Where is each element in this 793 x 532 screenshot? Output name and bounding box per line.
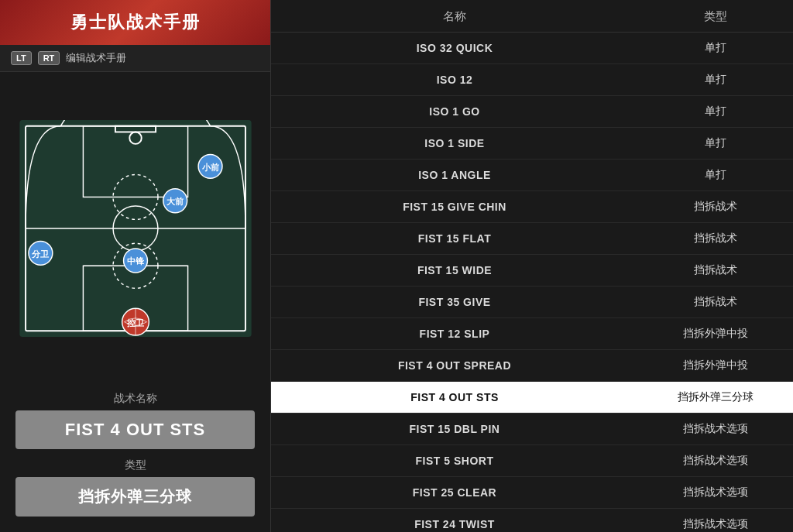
- table-row[interactable]: FIST 15 DBL PIN挡拆战术选项: [271, 414, 793, 445]
- cell-name: FIST 15 WIDE: [271, 256, 638, 285]
- table-row[interactable]: ISO 1 SIDE单打: [271, 128, 793, 160]
- cell-type: 单打: [638, 33, 793, 63]
- left-panel: 勇士队战术手册 LT RT 编辑战术手册: [0, 0, 271, 532]
- cell-name: FIST 25 CLEAR: [271, 478, 638, 507]
- rt-button[interactable]: RT: [38, 51, 60, 65]
- table-row[interactable]: FIST 25 CLEAR挡拆战术选项: [271, 477, 793, 509]
- tactic-name-value: FIST 4 OUT STS: [15, 410, 255, 449]
- cell-name: FIST 15 DBL PIN: [271, 414, 638, 444]
- svg-text:大前: 大前: [166, 197, 184, 206]
- title-bar: 勇士队战术手册: [0, 0, 270, 45]
- table-header: 名称 类型: [271, 0, 793, 33]
- cell-name: ISO 32 QUICK: [271, 33, 638, 63]
- cell-name: FIST 35 GIVE: [271, 287, 638, 317]
- svg-text:中锋: 中锋: [126, 256, 144, 266]
- tactic-name-label: 战术名称: [15, 392, 255, 406]
- cell-name: FIST 4 OUT SPREAD: [271, 351, 638, 380]
- table-row[interactable]: ISO 12单打: [271, 64, 793, 96]
- table-row[interactable]: ISO 1 GO单打: [271, 96, 793, 128]
- cell-name: FIST 24 TWIST: [271, 510, 638, 532]
- table-row[interactable]: FIST 35 GIVE挡拆战术: [271, 287, 793, 318]
- table-row[interactable]: FIST 4 OUT STS挡拆外弹三分球: [271, 382, 793, 414]
- svg-text:小前: 小前: [201, 162, 218, 171]
- cell-name: ISO 12: [271, 65, 638, 94]
- cell-type: 挡拆战术: [638, 255, 793, 286]
- court-diagram: 小前 大前 中锋 分卫 控卫: [15, 120, 256, 337]
- column-name-header: 名称: [271, 9, 638, 24]
- svg-text:控卫: 控卫: [126, 317, 145, 327]
- table-row[interactable]: ISO 32 QUICK单打: [271, 33, 793, 64]
- cell-type: 挡拆战术: [638, 223, 793, 254]
- type-label: 类型: [15, 458, 255, 472]
- cell-type: 挡拆战术选项: [638, 509, 793, 532]
- toolbar: LT RT 编辑战术手册: [0, 45, 270, 72]
- cell-type: 挡拆战术选项: [638, 414, 793, 444]
- cell-type: 单打: [638, 64, 793, 95]
- cell-type: 单打: [638, 128, 793, 159]
- table-row[interactable]: FIST 5 SHORT挡拆战术选项: [271, 445, 793, 477]
- lt-button[interactable]: LT: [11, 51, 32, 65]
- cell-name: ISO 1 ANGLE: [271, 160, 638, 190]
- table-row[interactable]: FIST 15 WIDE挡拆战术: [271, 255, 793, 287]
- cell-name: FIST 15 GIVE CHIN: [271, 192, 638, 221]
- cell-type: 挡拆战术: [638, 287, 793, 317]
- type-name-value: 挡拆外弹三分球: [15, 477, 255, 517]
- table-row[interactable]: FIST 15 FLAT挡拆战术: [271, 223, 793, 255]
- cell-name: ISO 1 GO: [271, 97, 638, 126]
- cell-name: ISO 1 SIDE: [271, 129, 638, 158]
- cell-type: 单打: [638, 160, 793, 190]
- cell-type: 单打: [638, 96, 793, 127]
- cell-type: 挡拆外弹中投: [638, 318, 793, 349]
- cell-type: 挡拆外弹三分球: [638, 382, 793, 413]
- cell-name: FIST 5 SHORT: [271, 446, 638, 475]
- tactic-info: 战术名称 FIST 4 OUT STS 类型 挡拆外弹三分球: [0, 384, 270, 532]
- cell-type: 挡拆战术选项: [638, 477, 793, 508]
- right-panel: 名称 类型 ISO 32 QUICK单打ISO 12单打ISO 1 GO单打IS…: [271, 0, 793, 532]
- table-row[interactable]: FIST 15 GIVE CHIN挡拆战术: [271, 191, 793, 223]
- page-title: 勇士队战术手册: [70, 11, 201, 34]
- edit-label: 编辑战术手册: [66, 51, 126, 65]
- cell-type: 挡拆外弹中投: [638, 350, 793, 381]
- table-body: ISO 32 QUICK单打ISO 12单打ISO 1 GO单打ISO 1 SI…: [271, 33, 793, 532]
- cell-type: 挡拆战术: [638, 191, 793, 222]
- table-row[interactable]: FIST 12 SLIP挡拆外弹中投: [271, 318, 793, 350]
- cell-name: FIST 12 SLIP: [271, 319, 638, 348]
- svg-text:分卫: 分卫: [31, 249, 50, 258]
- table-row[interactable]: FIST 4 OUT SPREAD挡拆外弹中投: [271, 350, 793, 382]
- cell-name: FIST 4 OUT STS: [271, 383, 638, 412]
- table-row[interactable]: ISO 1 ANGLE单打: [271, 160, 793, 191]
- column-type-header: 类型: [638, 9, 793, 24]
- table-row[interactable]: FIST 24 TWIST挡拆战术选项: [271, 509, 793, 532]
- court-container: 小前 大前 中锋 分卫 控卫: [0, 72, 270, 384]
- cell-name: FIST 15 FLAT: [271, 224, 638, 253]
- cell-type: 挡拆战术选项: [638, 445, 793, 476]
